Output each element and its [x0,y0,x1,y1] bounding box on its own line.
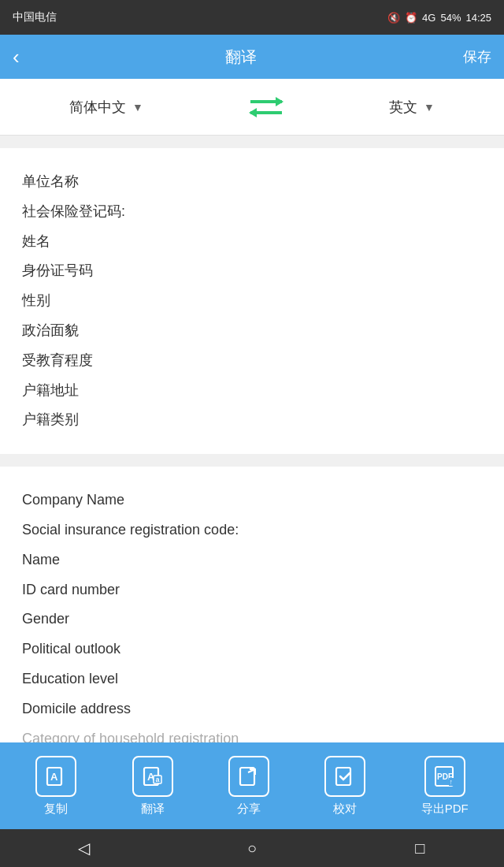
proofread-button[interactable]: 校对 [324,756,365,817]
source-language-label: 简体中文 [69,98,126,117]
nav-bar: ‹ 翻译 保存 [0,35,504,79]
english-line-8: Domicile address [22,694,482,724]
carrier-label: 中国电信 [13,10,57,24]
page-title: 翻译 [225,47,257,68]
share-label: 分享 [237,802,261,817]
chinese-line-7: 受教育程度 [22,346,482,376]
proofread-icon [324,756,365,797]
svg-rect-7 [336,768,350,785]
target-chevron-icon: ▼ [424,101,435,113]
english-line-6: Political outlook [22,634,482,664]
chinese-line-6: 政治面貌 [22,316,482,346]
status-right: 🔇 ⏰ 4G 54% 14:25 [387,12,491,24]
translate-button[interactable]: A a 翻译 [132,756,173,817]
time-label: 14:25 [465,12,491,24]
alarm-icon: ⏰ [405,12,417,24]
english-line-2: Social insurance registration code: [22,515,482,545]
chinese-line-4: 身份证号码 [22,256,482,286]
chinese-line-3: 姓名 [22,227,482,257]
source-chevron-icon: ▼ [132,101,143,113]
translate-label: 翻译 [141,802,165,817]
back-button[interactable]: ‹ [13,45,20,69]
nav-back-button[interactable]: ◁ [65,832,104,864]
share-icon [228,756,269,797]
bottom-nav: ◁ ○ □ [0,829,504,867]
export-pdf-button[interactable]: PDF ↑ 导出PDF [421,756,469,817]
english-line-7: Education level [22,664,482,694]
target-language-label: 英文 [389,98,417,117]
english-line-5: Gender [22,605,482,634]
language-bar: 简体中文 ▼ 英文 ▼ [0,79,504,136]
translate-icon: A a [132,756,173,797]
arrow-left-icon [250,111,282,114]
copy-icon: A [35,756,76,797]
arrow-right-icon [250,100,282,103]
english-line-1: Company Name [22,486,482,515]
svg-text:A: A [50,771,58,783]
signal-label: 4G [422,12,435,24]
save-button[interactable]: 保存 [463,47,491,66]
target-language-selector[interactable]: 英文 ▼ [389,98,435,117]
english-line-4: ID card number [22,575,482,605]
nav-recents-button[interactable]: □ [400,832,439,864]
chinese-line-9: 户籍类别 [22,405,482,435]
battery-label: 54% [440,12,461,24]
chinese-line-1: 单位名称 [22,167,482,197]
share-button[interactable]: 分享 [228,756,269,817]
swap-languages-button[interactable] [250,100,282,114]
nav-home-button[interactable]: ○ [232,832,272,864]
svg-text:↑: ↑ [449,778,453,786]
status-bar: 中国电信 🔇 ⏰ 4G 54% 14:25 [0,0,504,35]
export-pdf-label: 导出PDF [421,802,469,817]
chinese-line-8: 户籍地址 [22,376,482,406]
english-text-block: Company Name Social insurance registrati… [0,467,504,772]
content-area: 单位名称 社会保险登记码: 姓名 身份证号码 性别 政治面貌 受教育程度 户籍地… [0,136,504,780]
chinese-text-block: 单位名称 社会保险登记码: 姓名 身份证号码 性别 政治面貌 受教育程度 户籍地… [0,148,504,454]
export-pdf-icon: PDF ↑ [424,756,465,797]
chinese-line-2: 社会保险登记码: [22,197,482,227]
copy-button[interactable]: A 复制 [35,756,76,817]
chinese-line-5: 性别 [22,286,482,316]
proofread-label: 校对 [333,802,357,817]
source-language-selector[interactable]: 简体中文 ▼ [69,98,143,117]
english-line-3: Name [22,545,482,575]
bottom-toolbar: A 复制 A a 翻译 分享 [0,742,504,829]
copy-label: 复制 [44,802,68,817]
mute-icon: 🔇 [387,12,400,24]
